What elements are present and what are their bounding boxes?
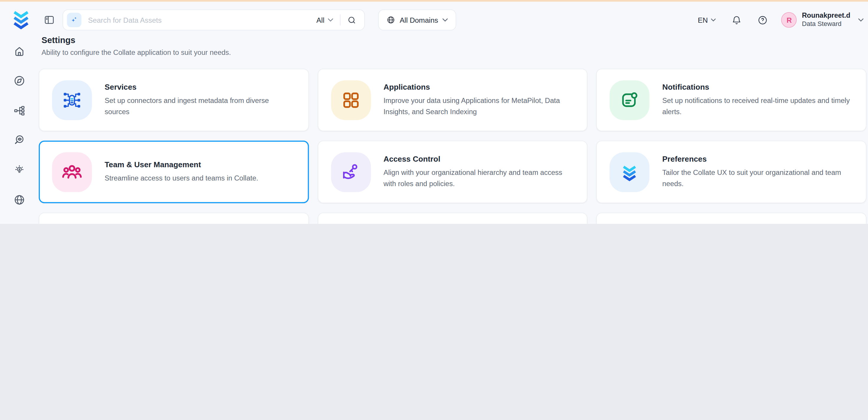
card-description: Improve your data using Applications for… [383, 95, 572, 118]
all-domains-dropdown[interactable]: All Domains [378, 9, 456, 30]
data-lineage-icon [13, 105, 25, 117]
search-icon[interactable] [347, 16, 356, 25]
language-label: EN [698, 16, 708, 24]
all-domains-label: All Domains [400, 16, 438, 24]
chevron-down-icon [858, 18, 864, 22]
page-subtitle: Ability to configure the Collate applica… [39, 48, 866, 56]
user-avatar: R [781, 12, 797, 28]
observability-icon [13, 134, 25, 146]
home-icon [13, 46, 25, 58]
globe-icon [386, 16, 395, 25]
search-scope-label: All [316, 16, 324, 24]
card-title: Team & User Management [105, 160, 258, 169]
help-icon[interactable] [758, 15, 768, 25]
sidebar-item-domains[interactable] [8, 189, 30, 211]
ai-sparkle-icon[interactable] [67, 13, 82, 27]
settings-card-custom-properties[interactable]: Custom Properties Capture custom metadat… [39, 213, 309, 224]
search-input[interactable] [82, 16, 316, 24]
card-description: Set up connectors and ingest metadata fr… [105, 95, 294, 118]
insights-icon [13, 164, 25, 176]
card-title: Applications [383, 82, 572, 91]
sidebar-item-governance[interactable] [8, 218, 30, 224]
sidebar-item-explore[interactable] [8, 70, 30, 92]
sidebar-item-insights[interactable] [8, 159, 30, 181]
settings-card-preferences[interactable]: Preferences Tailor the Collate UX to sui… [596, 141, 866, 203]
sidebar-item-lineage[interactable] [8, 100, 30, 122]
settings-card-personas[interactable]: Personas Enhance and customize the user … [596, 213, 866, 224]
services-connectors-icon [52, 80, 92, 120]
user-profile-menu[interactable]: R Rounakpreet.d Data Steward [781, 11, 864, 28]
card-description: Align with your organizational hierarchy… [383, 167, 572, 190]
card-title: Notifications [662, 82, 851, 91]
card-description: Streamline access to users and teams in … [105, 173, 258, 184]
collate-logo-icon [610, 152, 649, 192]
search-scope-dropdown[interactable]: All [316, 16, 333, 24]
card-title: Access Control [383, 154, 572, 163]
settings-cards-grid: Services Set up connectors and ingest me… [39, 69, 866, 224]
hand-key-icon [331, 152, 371, 192]
settings-card-bots[interactable]: Bots Create well-defined bots with scope… [318, 213, 588, 224]
divider [340, 14, 341, 26]
team-group-icon [52, 152, 92, 192]
card-text: Services Set up connectors and ingest me… [105, 82, 294, 118]
sidebar-item-observability[interactable] [8, 129, 30, 151]
avatar-initial: R [786, 16, 792, 24]
explore-compass-icon [13, 74, 25, 87]
applications-grid-icon [331, 80, 371, 120]
left-sidebar [0, 39, 39, 224]
notifications-bell-icon[interactable] [732, 15, 742, 25]
user-name: Rounakpreet.d [802, 11, 850, 20]
card-title: Preferences [662, 154, 851, 163]
card-text: Access Control Align with your organizat… [383, 154, 572, 190]
card-title: Services [105, 82, 294, 91]
card-description: Set up notifications to received real-ti… [662, 95, 851, 118]
card-text: Team & User Management Streamline access… [105, 160, 258, 184]
settings-card-services[interactable]: Services Set up connectors and ingest me… [39, 69, 309, 131]
top-accent-strip [0, 0, 868, 2]
topbar-right-cluster: EN R Rounakpreet.d Data Steward [698, 9, 864, 30]
card-text: Applications Improve your data using App… [383, 82, 572, 118]
settings-card-team-user-management[interactable]: Team & User Management Streamline access… [39, 141, 309, 203]
sidebar-item-home[interactable] [8, 40, 30, 63]
chevron-down-icon [711, 18, 716, 22]
governance-icon [13, 223, 25, 224]
user-role: Data Steward [802, 20, 850, 28]
card-description: Tailor the Collate UX to suit your organ… [662, 167, 851, 190]
domains-globe-icon [13, 194, 25, 206]
settings-main: Settings Ability to configure the Collat… [39, 35, 866, 224]
settings-card-notifications[interactable]: Notifications Set up notifications to re… [596, 69, 866, 131]
settings-card-access-control[interactable]: Access Control Align with your organizat… [318, 141, 588, 203]
card-text: Preferences Tailor the Collate UX to sui… [662, 154, 851, 190]
global-search-bar: All [63, 9, 365, 30]
sidebar-toggle-icon[interactable] [44, 14, 55, 26]
collate-logo-icon[interactable] [13, 9, 29, 30]
chevron-down-icon [328, 18, 333, 22]
notifications-icon [610, 80, 649, 120]
card-text: Notifications Set up notifications to re… [662, 82, 851, 118]
chevron-down-icon [442, 18, 448, 22]
user-meta: Rounakpreet.d Data Steward [802, 11, 850, 28]
collate-settings-page: All All Domains EN [0, 0, 868, 224]
page-title: Settings [39, 35, 866, 46]
language-dropdown[interactable]: EN [698, 16, 716, 24]
settings-card-applications[interactable]: Applications Improve your data using App… [318, 69, 588, 131]
